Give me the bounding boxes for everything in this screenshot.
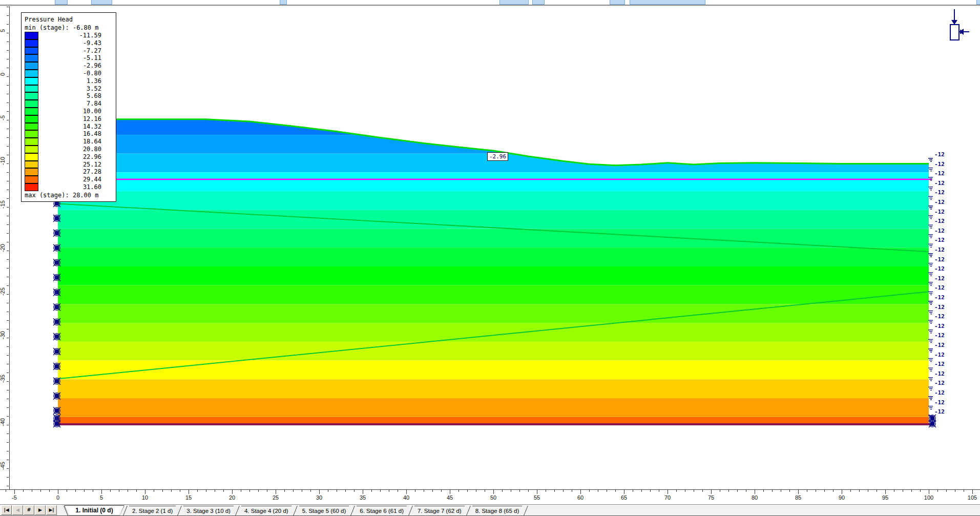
legend-entry: 22.96: [25, 153, 113, 161]
legend-entry: 10.00: [25, 108, 113, 115]
tab-nav-next-button[interactable]: ▶: [35, 505, 46, 515]
head-bc-label: -12: [934, 361, 952, 367]
legend-entry: 1.36: [25, 77, 113, 85]
tab-nav-prev-button[interactable]: ◀: [12, 505, 23, 515]
legend-value: 20.80: [38, 146, 113, 153]
head-bc-label: -12: [934, 161, 952, 167]
head-bc-label: -12: [934, 152, 952, 157]
legend-value: 5.68: [38, 92, 113, 100]
head-bc-label: -12: [934, 352, 952, 358]
legend-swatch: [25, 123, 38, 131]
head-bc-node-icon: [928, 368, 933, 371]
head-bc-label: -12: [934, 304, 952, 310]
head-bc-node-icon: [928, 330, 933, 333]
stage-tab[interactable]: 8. Stage 8 (65 d): [472, 506, 523, 515]
legend-value: 18.64: [38, 138, 113, 146]
legend-swatch: [25, 161, 38, 169]
legend-value: 16.48: [38, 130, 113, 138]
legend-swatch: [25, 32, 38, 39]
legend-entry: 5.68: [25, 92, 113, 100]
legend-swatch: [25, 77, 38, 85]
legend-scale: -11.59-9.43-7.27-5.11-2.96-0.801.363.525…: [25, 32, 113, 191]
legend-value: 1.36: [38, 77, 113, 85]
legend-entry: 16.48: [25, 130, 113, 138]
legend-entry: -11.59: [25, 32, 113, 39]
head-bc-node-icon: [928, 273, 933, 276]
legend-swatch: [25, 146, 38, 153]
pressure-annotation: -2.96: [487, 152, 508, 161]
head-bc-label: -12: [934, 390, 952, 396]
tab-nav-first-button[interactable]: |◀: [1, 505, 12, 515]
app-window: 50-5-10-15-20-25-30-35-40-45 -5051015202…: [0, 0, 980, 516]
stage-tab[interactable]: 6. Stage 6 (61 d): [357, 506, 407, 515]
legend-entry: 18.64: [25, 138, 113, 146]
pressure-head-bands: [58, 116, 929, 423]
head-bc-node-icon: [928, 158, 933, 161]
stage-tab-bar: |◀ ◀ # ▶ ▶| 1. Initial (0 d)2. Stage 2 (…: [0, 504, 980, 516]
legend-title: Pressure Head: [25, 15, 113, 24]
legend-value: -11.59: [38, 32, 113, 39]
head-bc-label: -12: [934, 333, 952, 338]
stage-tab-active[interactable]: 1. Initial (0 d): [64, 505, 124, 515]
legend-swatch: [25, 39, 38, 47]
head-bc-node-icon: [928, 397, 933, 400]
legend-swatch: [25, 176, 38, 183]
legend-entry: 3.52: [25, 85, 113, 93]
head-bc-node-icon: [928, 187, 933, 190]
head-bc-label: -12: [934, 218, 952, 224]
head-bc-label: -12: [934, 199, 952, 205]
orientation-box: [950, 25, 959, 40]
head-bc-label: -12: [934, 257, 952, 262]
model-canvas[interactable]: [0, 0, 980, 504]
head-bc-node-icon: [928, 339, 933, 342]
legend-swatch: [25, 62, 38, 70]
head-bc-node-icon: [928, 244, 933, 247]
tab-separator: [408, 506, 413, 515]
legend-value: 10.00: [38, 108, 113, 115]
head-bc-node-icon: [928, 406, 933, 409]
legend-entry: 20.80: [25, 146, 113, 153]
head-bc-label: -12: [934, 190, 952, 195]
legend-value: 7.84: [38, 100, 113, 108]
head-bc-node-icon: [928, 292, 933, 295]
stage-tab[interactable]: 2. Stage 2 (1 d): [129, 506, 176, 515]
head-bc-label: -12: [934, 247, 952, 253]
stage-tab[interactable]: 4. Stage 4 (20 d): [241, 506, 291, 515]
stage-tab[interactable]: 5. Stage 5 (60 d): [299, 506, 349, 515]
legend-swatch: [25, 47, 38, 55]
tab-nav-last-button[interactable]: ▶|: [46, 505, 57, 515]
legend-value: 25.12: [38, 161, 113, 169]
legend-swatch: [25, 138, 38, 146]
tab-separator: [524, 506, 528, 515]
legend-entry: -7.27: [25, 47, 113, 55]
stage-tab-label: 1. Initial (0 d): [65, 506, 124, 515]
head-bc-label: -12: [934, 266, 952, 272]
legend-swatch: [25, 153, 38, 161]
legend-value: -0.80: [38, 70, 113, 77]
head-bc-label: -12: [934, 409, 952, 415]
legend-entry: 31.60: [25, 183, 113, 191]
down-arrow-icon: [951, 20, 957, 25]
legend-value: 14.32: [38, 123, 113, 131]
tab-separator: [466, 506, 471, 515]
legend-swatch: [25, 108, 38, 115]
legend-value: 29.44: [38, 176, 113, 183]
legend-swatch: [25, 130, 38, 138]
legend-value: -7.27: [38, 47, 113, 55]
legend-entry: 29.44: [25, 176, 113, 183]
stage-tab[interactable]: 3. Stage 3 (10 d): [183, 506, 234, 515]
head-bc-node-icon: [928, 235, 933, 238]
tab-separator: [350, 506, 355, 515]
legend-entry: -0.80: [25, 70, 113, 77]
legend-min-label: min (stage): -6.80 m: [25, 24, 113, 32]
legend-entry: 25.12: [25, 161, 113, 169]
legend-swatch: [25, 115, 38, 123]
head-bc-label: -12: [934, 285, 952, 291]
legend-entry: -9.43: [25, 39, 113, 47]
head-bc-label: -12: [934, 400, 952, 405]
legend-value: 22.96: [38, 153, 113, 161]
stage-tab[interactable]: 7. Stage 7 (62 d): [414, 506, 465, 515]
tab-nav-list-button[interactable]: #: [24, 505, 34, 515]
legend-entry: 12.16: [25, 115, 113, 123]
tab-separator: [293, 506, 298, 515]
